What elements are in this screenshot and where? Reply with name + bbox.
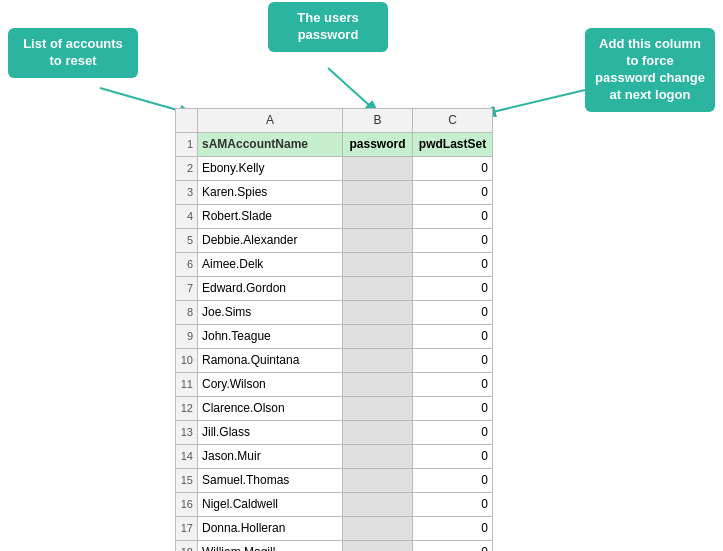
cell-a: John.Teague xyxy=(198,325,343,349)
cell-b xyxy=(343,445,413,469)
cell-b xyxy=(343,325,413,349)
table-row: 3Karen.Spies0 xyxy=(176,181,493,205)
cell-b xyxy=(343,301,413,325)
cell-c: 0 xyxy=(413,373,493,397)
cell-c: 0 xyxy=(413,349,493,373)
cell-c: 0 xyxy=(413,277,493,301)
row-number: 5 xyxy=(176,229,198,253)
row-number: 8 xyxy=(176,301,198,325)
cell-a: Jason.Muir xyxy=(198,445,343,469)
cell-a: Donna.Holleran xyxy=(198,517,343,541)
cell-c: 0 xyxy=(413,469,493,493)
row-number: 9 xyxy=(176,325,198,349)
cell-c: 0 xyxy=(413,541,493,552)
table-row: 15Samuel.Thomas0 xyxy=(176,469,493,493)
cell-b xyxy=(343,541,413,552)
table-row: 9John.Teague0 xyxy=(176,325,493,349)
cell-b: password xyxy=(343,133,413,157)
row-number: 11 xyxy=(176,373,198,397)
row-number: 12 xyxy=(176,397,198,421)
cell-a: Karen.Spies xyxy=(198,181,343,205)
col-header-row: A B C xyxy=(176,109,493,133)
table-row: 11Cory.Wilson0 xyxy=(176,373,493,397)
row-number: 6 xyxy=(176,253,198,277)
cell-c: 0 xyxy=(413,205,493,229)
cell-c: 0 xyxy=(413,493,493,517)
cell-c: 0 xyxy=(413,157,493,181)
table-row: 2Ebony.Kelly0 xyxy=(176,157,493,181)
row-number: 15 xyxy=(176,469,198,493)
cell-c: 0 xyxy=(413,517,493,541)
row-number: 2 xyxy=(176,157,198,181)
table-row: 1sAMAccountNamepasswordpwdLastSet xyxy=(176,133,493,157)
cell-c: 0 xyxy=(413,253,493,277)
cell-a: Edward.Gordon xyxy=(198,277,343,301)
row-number: 14 xyxy=(176,445,198,469)
row-number: 7 xyxy=(176,277,198,301)
table-row: 14Jason.Muir0 xyxy=(176,445,493,469)
corner-cell xyxy=(176,109,198,133)
cell-a: sAMAccountName xyxy=(198,133,343,157)
row-number: 16 xyxy=(176,493,198,517)
table-row: 6Aimee.Delk0 xyxy=(176,253,493,277)
cell-b xyxy=(343,253,413,277)
table-row: 13Jill.Glass0 xyxy=(176,421,493,445)
row-number: 4 xyxy=(176,205,198,229)
row-number: 3 xyxy=(176,181,198,205)
spreadsheet: A B C 1sAMAccountNamepasswordpwdLastSet2… xyxy=(175,108,493,551)
table-row: 5Debbie.Alexander0 xyxy=(176,229,493,253)
row-number: 1 xyxy=(176,133,198,157)
cell-b xyxy=(343,469,413,493)
table-row: 17Donna.Holleran0 xyxy=(176,517,493,541)
cell-a: Ebony.Kelly xyxy=(198,157,343,181)
col-header-b: B xyxy=(343,109,413,133)
table-row: 18William.Magill0 xyxy=(176,541,493,552)
cell-a: Debbie.Alexander xyxy=(198,229,343,253)
callout-password: The users password xyxy=(268,2,388,52)
table-row: 7Edward.Gordon0 xyxy=(176,277,493,301)
cell-b xyxy=(343,349,413,373)
cell-a: Samuel.Thomas xyxy=(198,469,343,493)
cell-c: 0 xyxy=(413,445,493,469)
cell-b xyxy=(343,205,413,229)
cell-b xyxy=(343,229,413,253)
cell-a: Jill.Glass xyxy=(198,421,343,445)
cell-c: 0 xyxy=(413,325,493,349)
col-header-c: C xyxy=(413,109,493,133)
cell-a: William.Magill xyxy=(198,541,343,552)
cell-a: Cory.Wilson xyxy=(198,373,343,397)
cell-c: pwdLastSet xyxy=(413,133,493,157)
cell-b xyxy=(343,421,413,445)
cell-b xyxy=(343,277,413,301)
table-row: 8Joe.Sims0 xyxy=(176,301,493,325)
cell-c: 0 xyxy=(413,301,493,325)
row-number: 13 xyxy=(176,421,198,445)
callout-accounts: List of accounts to reset xyxy=(8,28,138,78)
table-row: 10Ramona.Quintana0 xyxy=(176,349,493,373)
callout-force-change: Add this column to force password change… xyxy=(585,28,715,112)
row-number: 17 xyxy=(176,517,198,541)
cell-b xyxy=(343,493,413,517)
cell-b xyxy=(343,181,413,205)
table-row: 16Nigel.Caldwell0 xyxy=(176,493,493,517)
cell-a: Nigel.Caldwell xyxy=(198,493,343,517)
row-number: 18 xyxy=(176,541,198,552)
page-container: List of accounts to reset The users pass… xyxy=(0,0,723,551)
cell-b xyxy=(343,157,413,181)
table-row: 4Robert.Slade0 xyxy=(176,205,493,229)
row-number: 10 xyxy=(176,349,198,373)
cell-c: 0 xyxy=(413,229,493,253)
cell-b xyxy=(343,397,413,421)
cell-b xyxy=(343,373,413,397)
cell-b xyxy=(343,517,413,541)
table-row: 12Clarence.Olson0 xyxy=(176,397,493,421)
cell-c: 0 xyxy=(413,421,493,445)
cell-a: Robert.Slade xyxy=(198,205,343,229)
cell-a: Aimee.Delk xyxy=(198,253,343,277)
col-header-a: A xyxy=(198,109,343,133)
cell-a: Joe.Sims xyxy=(198,301,343,325)
cell-c: 0 xyxy=(413,397,493,421)
cell-a: Clarence.Olson xyxy=(198,397,343,421)
cell-a: Ramona.Quintana xyxy=(198,349,343,373)
cell-c: 0 xyxy=(413,181,493,205)
